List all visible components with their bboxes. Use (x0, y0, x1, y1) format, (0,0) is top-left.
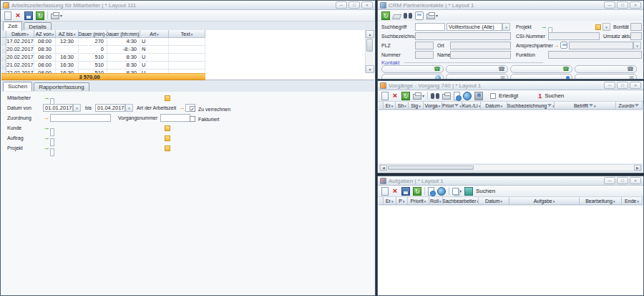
sort-dropdown-icon[interactable] (74, 32, 76, 37)
column-header-ende[interactable]: Ende (622, 197, 643, 205)
table-row[interactable]: 20.02.2017 08:00 16:30 510 8:30 U (1, 54, 205, 62)
column-header-sig[interactable]: Sig (409, 102, 424, 110)
column-header-datum[interactable]: Datum (6, 30, 34, 38)
sort-dropdown-icon[interactable] (553, 199, 555, 204)
date-from-input[interactable]: 01.01.2017 (43, 104, 73, 112)
vorgangsnummer-input[interactable] (160, 114, 190, 122)
contact-card-icon[interactable] (560, 42, 567, 49)
suchbegriff-input[interactable] (415, 23, 445, 31)
column-header-datum[interactable]: Datum (479, 197, 509, 205)
lookup-go-icon[interactable]: → (43, 144, 50, 152)
column-header-aufgabe[interactable]: Aufgabe (509, 197, 580, 205)
sort-dropdown-icon[interactable] (52, 32, 54, 37)
search-binoculars-icon[interactable] (431, 92, 439, 100)
scroll-left-button[interactable]: ◀ (380, 165, 387, 171)
close-button[interactable]: × (630, 1, 641, 9)
column-header-sachbearbeiter[interactable]: Sachbearbeiter (443, 197, 479, 205)
email2-field[interactable]: ✉ (575, 74, 637, 80)
column-header-roll[interactable]: Roll (429, 197, 444, 205)
row-selector[interactable] (1, 46, 6, 54)
vorgaenge-titlebar[interactable]: Vorgänge - Vorgang 740 | * Layout 1 ─ □ … (378, 81, 643, 90)
fakturiert-checkbox[interactable] (190, 116, 195, 122)
sort-dropdown-icon[interactable] (501, 199, 503, 204)
scroll-thumb[interactable] (388, 166, 474, 170)
cell-az-von[interactable]: 08:00 (34, 54, 56, 62)
row-selector[interactable] (1, 54, 6, 62)
column-header-betrifft[interactable]: Betrifft (555, 102, 616, 110)
website-field[interactable] (381, 74, 444, 80)
fax2-field[interactable]: ☎ (575, 65, 637, 73)
vorgaenge-grid-body[interactable] (379, 110, 643, 163)
csi-nummer-input[interactable] (548, 32, 600, 40)
phone2-field[interactable]: ☎ (510, 65, 572, 73)
sort-dropdown-icon[interactable] (27, 32, 29, 37)
sort-dropdown-icon[interactable] (613, 199, 615, 204)
column-header-zuordn[interactable]: Zuordn (616, 102, 643, 110)
document-preview-icon[interactable] (454, 92, 460, 100)
folder-lookup-icon[interactable] (165, 145, 170, 151)
cell-datum[interactable]: 20.02.2017 (6, 46, 34, 54)
print-icon[interactable] (51, 14, 59, 19)
lookup-go-icon[interactable]: → (43, 124, 50, 132)
column-header-er[interactable]: Er (384, 197, 396, 205)
cell-text[interactable] (169, 46, 205, 54)
folder-lookup-icon[interactable] (165, 125, 170, 131)
column-header-dauer-min[interactable]: Dauer (min) (79, 30, 107, 38)
date-to-input[interactable]: 01.04.2017 (95, 104, 125, 112)
cell-art[interactable]: U (140, 38, 169, 46)
folder-lookup-icon[interactable] (595, 24, 601, 30)
search-binoculars-icon[interactable] (404, 11, 412, 20)
umsatz-aktuell-input[interactable] (630, 32, 642, 40)
row-selector[interactable] (1, 62, 6, 70)
report-person-icon[interactable] (474, 92, 483, 100)
column-header-suchbezeichnung[interactable]: Suchbezeichnung (507, 102, 554, 110)
contact-note-icon[interactable] (415, 11, 424, 20)
close-button[interactable]: × (630, 82, 641, 89)
calendar-dropdown-icon[interactable] (125, 104, 133, 112)
folder-lookup-icon[interactable] (165, 95, 170, 101)
suchbezeichnung-input[interactable] (415, 32, 511, 40)
sort-dropdown-icon[interactable] (439, 199, 441, 204)
cell-text[interactable] (169, 62, 205, 70)
row-selector[interactable] (1, 38, 6, 46)
restore-button[interactable]: □ (617, 1, 628, 9)
cell-dauer-min[interactable]: 0 (79, 46, 107, 54)
erledigt-checkbox[interactable] (490, 93, 496, 99)
restore-button[interactable]: □ (617, 82, 628, 89)
cell-dauer-min[interactable]: 510 (79, 62, 107, 70)
table-row[interactable]: 17.02.2017 08:00 12:30 270 4:30 U (1, 38, 205, 46)
ansprechpartner-input[interactable] (569, 42, 633, 49)
lookup-go-icon[interactable]: → (553, 42, 560, 49)
cell-az-von[interactable]: 08:00 (34, 62, 56, 70)
refresh-icon[interactable]: ↻ (401, 92, 410, 100)
column-header-priori[interactable]: Priori (442, 102, 462, 110)
email1-field[interactable]: ✉ (446, 74, 508, 80)
restore-button[interactable]: □ (617, 177, 628, 184)
lookup-go-icon[interactable]: → (178, 104, 185, 112)
cell-az-bis[interactable] (56, 46, 79, 54)
cell-dauer-hhmm[interactable]: -8:-30 (107, 46, 140, 54)
cell-dauer-min[interactable]: 270 (79, 38, 107, 46)
sort-dropdown-icon[interactable] (391, 103, 394, 108)
column-header-az-von[interactable]: AZ von (34, 30, 56, 38)
column-header-vorga[interactable]: Vorga (424, 102, 442, 110)
time-titlebar[interactable]: Arbeitszeiterfassung für Mitarbeiter | *… (1, 1, 375, 10)
projekt-input[interactable] (50, 148, 54, 156)
delete-record-icon[interactable]: × (14, 11, 21, 20)
nummer-input[interactable] (415, 51, 434, 59)
scroll-thumb[interactable] (366, 39, 373, 52)
minimize-button[interactable]: ─ (336, 1, 347, 9)
cell-az-bis[interactable]: 16:30 (56, 54, 79, 62)
sort-dropdown-icon[interactable] (391, 199, 394, 204)
table-row[interactable]: 21.02.2017 08:00 16:30 510 8:30 U (1, 62, 205, 70)
column-header-text[interactable]: Text (169, 30, 205, 38)
column-header-dauer-hhmm[interactable]: Dauer (hh:mm) (107, 30, 140, 38)
sort-dropdown-icon[interactable] (404, 103, 406, 108)
funktion-input[interactable] (548, 51, 642, 59)
minimize-button[interactable]: ─ (604, 177, 615, 184)
globe-icon[interactable] (437, 187, 446, 196)
calendar-dropdown-icon[interactable] (73, 104, 81, 112)
sort-dropdown-icon[interactable] (594, 103, 596, 108)
zuordnung-input[interactable] (50, 114, 111, 122)
save-icon[interactable] (401, 187, 410, 196)
